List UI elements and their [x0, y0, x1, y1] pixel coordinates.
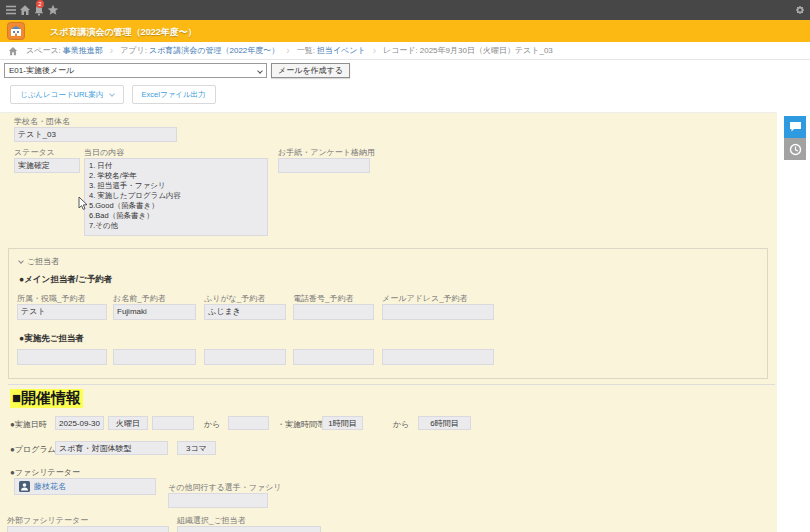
excel-export-button[interactable]: Excelファイル出力	[132, 85, 216, 104]
record-action-row: じぶんレコードURL案内 Excelファイル出力	[10, 85, 216, 104]
facilitator-label: ●ファシリテーター	[10, 467, 80, 478]
contact-email-field[interactable]	[382, 304, 494, 320]
day-content-line: 5.Good（箇条書き）	[89, 201, 263, 211]
program-field[interactable]: スポ育・対面体験型	[55, 441, 168, 455]
chevron-down-icon	[18, 258, 24, 264]
contact-field-label: お名前_予約者	[113, 293, 166, 304]
site-contact-field[interactable]	[382, 349, 494, 365]
facilitator-user-chip[interactable]: 藤枝花名	[14, 478, 156, 495]
hamburger-icon[interactable]	[5, 4, 17, 16]
breadcrumb: スペース: 事業推進部 › アプリ: スポ育講演会の管理（2022年度〜） › …	[0, 42, 810, 60]
letter-field[interactable]	[278, 158, 370, 173]
app-header-bar: スポ育講演会の管理（2022年度〜）	[0, 20, 810, 42]
contact-field-label: 電話番号_予約者	[293, 293, 353, 304]
letter-label: お手紙・アンケート格納用	[278, 147, 375, 158]
day-content-line: 7.その他	[89, 221, 263, 231]
contact-furigana-field[interactable]: ふじまき	[204, 304, 286, 320]
contact-phone-field[interactable]	[293, 304, 374, 320]
contact-group: ご担当者 ●メイン担当者/ご予約者 所属・役職_予約者 お名前_予約者 ふりがな…	[8, 248, 768, 379]
other-facilitator-field[interactable]	[168, 493, 268, 508]
school-name-field[interactable]: テスト_03	[14, 127, 177, 142]
day-content-line: 2. 学校名/学年	[89, 171, 263, 181]
record-form: 学校名・団体名 テスト_03 ステータス 実施確定 当日の内容 1. 日付 2.…	[0, 112, 777, 532]
breadcrumb-space-label: スペース:	[26, 45, 61, 56]
from-text: から	[204, 419, 220, 430]
facilitator-name: 藤枝花名	[34, 481, 66, 492]
breadcrumb-separator: ›	[373, 45, 376, 56]
history-clock-icon	[789, 143, 802, 156]
timeband-to-field[interactable]: 6時間目	[418, 416, 471, 430]
record-side-toolbar	[784, 116, 806, 160]
site-contact-field[interactable]	[113, 349, 196, 365]
org-select-label: 組織選択_ご担当者	[177, 515, 246, 526]
breadcrumb-record: レコード: 2025年9月30日（火曜日）テスト_03	[383, 45, 553, 56]
home-icon[interactable]	[19, 4, 31, 16]
comments-button[interactable]	[784, 116, 806, 138]
contact-field-label: 所属・役職_予約者	[17, 293, 85, 304]
day-content-label: 当日の内容	[84, 147, 124, 158]
breadcrumb-record-label: レコード:	[383, 45, 418, 56]
user-icon	[19, 481, 30, 492]
day-content-line: 3. 担当選手・ファシリ	[89, 181, 263, 191]
app-icon[interactable]	[7, 22, 25, 40]
contact-affiliation-field[interactable]: テスト	[17, 304, 107, 320]
day-content-line: 6.Bad（箇条書き）	[89, 211, 263, 221]
breadcrumb-view-label: 一覧:	[297, 45, 315, 56]
site-contact-field[interactable]	[17, 349, 107, 365]
site-contact-heading: ●実施先ご担当者	[19, 333, 84, 345]
gear-icon[interactable]	[794, 4, 806, 16]
site-contact-field[interactable]	[293, 349, 374, 365]
from-text: から	[393, 419, 409, 430]
breadcrumb-record-value: 2025年9月30日（火曜日）テスト_03	[420, 45, 553, 56]
external-facilitator-field[interactable]	[7, 526, 169, 532]
chevron-down-icon	[109, 91, 115, 97]
breadcrumb-home-icon[interactable]	[8, 46, 18, 56]
change-history-button[interactable]	[784, 138, 806, 160]
main-contact-heading: ●メイン担当者/ご予約者	[19, 274, 112, 286]
kintone-record-page: 2 スポ育講演会の管理（2022年度〜） スペース:	[0, 0, 810, 532]
mail-template-selected-value: E01-実施後メール	[9, 66, 74, 75]
day-content-line: 4. 実施したプログラム内容	[89, 191, 263, 201]
day-content-line: 1. 日付	[89, 161, 263, 171]
event-date-field[interactable]: 2025-09-30	[55, 416, 104, 430]
external-facilitator-label: 外部ファシリテーター	[7, 515, 88, 526]
chevron-down-icon	[257, 68, 263, 74]
breadcrumb-app: アプリ: スポ育講演会の管理（2022年度〜）	[120, 45, 279, 56]
comment-bubble-icon	[789, 121, 802, 133]
breadcrumb-view: 一覧: 担当イベント	[297, 45, 366, 56]
star-icon[interactable]	[47, 4, 59, 16]
program-label: ●プログラム	[10, 444, 56, 455]
status-label: ステータス	[14, 147, 55, 158]
event-start-time-field[interactable]	[152, 416, 194, 430]
excel-export-button-label: Excelファイル出力	[142, 86, 206, 103]
breadcrumb-space: スペース: 事業推進部	[26, 45, 103, 56]
event-end-time-field[interactable]	[228, 416, 269, 430]
timeband-from-field[interactable]: 1時間目	[322, 416, 363, 430]
section-divider	[8, 384, 775, 385]
other-facilitator-label: その他同行する選手・ファシリ	[168, 482, 282, 493]
status-field[interactable]: 実施確定	[14, 158, 80, 173]
breadcrumb-separator: ›	[110, 45, 113, 56]
breadcrumb-space-link[interactable]: 事業推進部	[63, 45, 103, 56]
timeband-label: ・実施時間帯	[277, 419, 325, 430]
day-content-field[interactable]: 1. 日付 2. 学校名/学年 3. 担当選手・ファシリ 4. 実施したプログラ…	[84, 158, 268, 236]
contact-name-field[interactable]: Fujimaki	[113, 304, 196, 320]
contact-group-toggle[interactable]: ご担当者	[19, 256, 59, 267]
school-name-label: 学校名・団体名	[14, 116, 70, 127]
breadcrumb-view-link[interactable]: 担当イベント	[317, 45, 366, 56]
event-weekday-field[interactable]: 火曜日	[108, 416, 148, 430]
contact-field-label: メールアドレス_予約者	[382, 293, 468, 304]
mail-template-select[interactable]: E01-実施後メール	[4, 63, 267, 78]
breadcrumb-separator: ›	[286, 45, 289, 56]
event-section-heading: ■開催情報	[10, 389, 83, 408]
global-header: 2	[0, 0, 810, 20]
site-contact-field[interactable]	[204, 349, 286, 365]
app-title: スポ育講演会の管理（2022年度〜）	[50, 26, 197, 39]
record-url-button[interactable]: じぶんレコードURL案内	[10, 85, 124, 104]
record-url-button-label: じぶんレコードURL案内	[20, 86, 104, 103]
event-date-label: ●実施日時	[10, 419, 47, 430]
breadcrumb-app-link[interactable]: スポ育講演会の管理（2022年度〜）	[149, 45, 279, 56]
org-select-field[interactable]	[177, 526, 321, 532]
create-mail-button[interactable]: メールを作成する	[271, 63, 350, 78]
koma-count-field[interactable]: 3コマ	[177, 441, 216, 455]
